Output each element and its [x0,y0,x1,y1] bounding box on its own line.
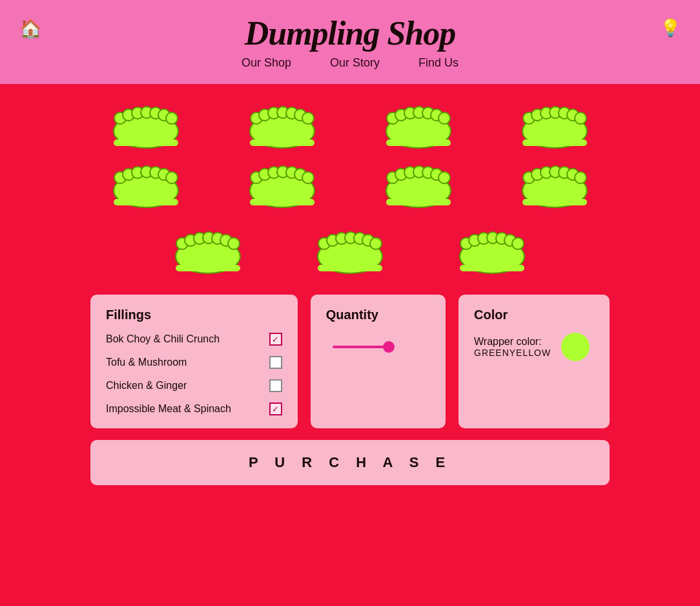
slider-thumb[interactable] [383,341,395,353]
dumpling-3 [363,103,473,150]
filling-row-0: Bok Choy & Chili Crunch ✓ [106,333,282,346]
fillings-panel: Fillings Bok Choy & Chili Crunch ✓ Tofu … [90,295,298,428]
svg-point-88 [370,238,382,249]
dumpling-7 [363,163,473,209]
quantity-title: Quantity [326,308,430,322]
filling-label-2: Chicken & Ginger [106,380,187,392]
wrapper-color-label: Wrapper color: [474,336,551,348]
site-title: Dumpling Shop [245,14,456,52]
nav-our-shop[interactable]: Our Shop [242,56,291,70]
filling-checkbox-0[interactable]: ✓ [269,333,282,346]
svg-rect-8 [114,140,178,146]
quantity-panel: Quantity [311,295,446,428]
dumpling-8 [499,163,610,209]
svg-point-97 [512,238,524,249]
svg-point-16 [302,112,314,124]
filling-row-2: Chicken & Ginger [106,379,282,392]
dumpling-1 [90,103,201,150]
color-name: GREENYELLOW [474,348,551,358]
nav-find-us[interactable]: Find Us [418,56,458,70]
svg-rect-89 [318,265,382,271]
dumpling-10 [311,229,389,275]
svg-point-61 [438,172,450,183]
filling-label-0: Bok Choy & Chili Crunch [106,333,220,345]
svg-point-43 [166,172,178,183]
dumpling-11 [453,229,531,275]
svg-rect-71 [522,199,587,205]
home-icon[interactable]: 🏠 [19,18,42,39]
dumpling-2 [227,103,337,150]
quantity-slider[interactable] [326,346,430,348]
fillings-title: Fillings [106,308,282,322]
main-content: Fillings Bok Choy & Chili Crunch ✓ Tofu … [0,84,700,606]
svg-point-70 [575,172,586,183]
svg-rect-17 [250,140,314,146]
svg-point-52 [302,172,314,183]
svg-rect-26 [386,140,451,146]
filling-checkbox-3[interactable]: ✓ [269,402,282,415]
filling-row-1: Tofu & Mushroom [106,356,282,369]
svg-rect-35 [522,140,587,146]
color-swatch[interactable] [561,333,590,361]
svg-point-25 [438,112,450,124]
dumpling-row-3 [90,229,610,275]
svg-rect-80 [176,265,240,271]
theme-icon[interactable]: 💡 [660,18,681,38]
dumpling-grid [90,103,610,209]
panels: Fillings Bok Choy & Chili Crunch ✓ Tofu … [90,295,610,428]
svg-point-34 [575,112,586,124]
svg-point-7 [166,112,178,124]
svg-point-79 [228,238,240,249]
dumpling-9 [169,229,247,275]
header: 🏠 Dumpling Shop Our Shop Our Story Find … [0,0,700,84]
filling-label-3: Impossible Meat & Spinach [106,403,231,415]
dumpling-4 [499,103,610,150]
svg-rect-98 [460,265,524,271]
dumpling-6 [227,163,337,209]
purchase-button[interactable]: P U R C H A S E [90,440,610,485]
dumpling-5 [90,163,201,209]
nav-our-story[interactable]: Our Story [330,56,380,70]
svg-rect-53 [250,199,314,205]
filling-checkbox-1[interactable] [269,356,282,369]
svg-rect-44 [114,199,178,205]
slider-track [333,346,424,348]
main-nav: Our Shop Our Story Find Us [242,56,458,70]
filling-row-3: Impossible Meat & Spinach ✓ [106,402,282,415]
color-panel: Color Wrapper color: GREENYELLOW [458,295,610,428]
filling-checkbox-2[interactable] [269,379,282,392]
filling-label-1: Tofu & Mushroom [106,357,187,368]
color-title: Color [474,308,594,322]
svg-rect-62 [386,199,451,205]
color-display: Wrapper color: GREENYELLOW [474,333,594,361]
